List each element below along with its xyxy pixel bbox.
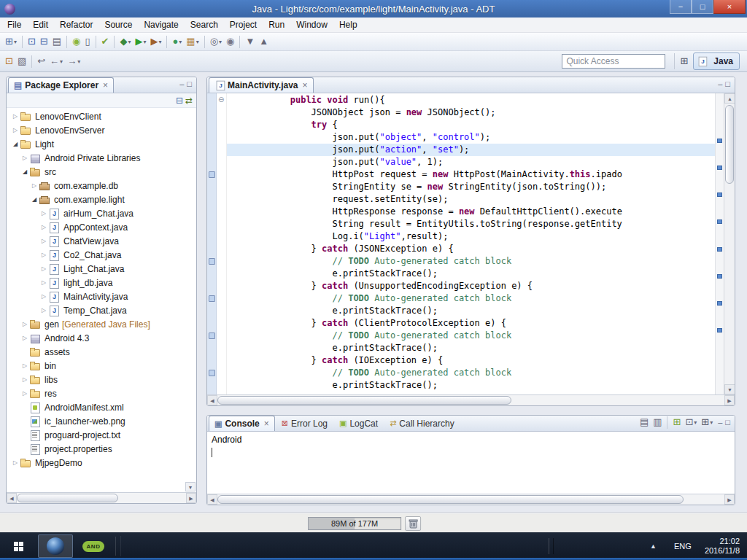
overview-marker[interactable]: [717, 192, 722, 197]
new-wizard-button[interactable]: ⊞▾: [4, 34, 18, 49]
code-line[interactable]: Log.i("Light",result);: [227, 230, 715, 243]
clear-console-button[interactable]: ⊞: [671, 415, 682, 429]
editor-fold-bar[interactable]: ⊖: [217, 93, 227, 394]
tab-error-log[interactable]: ⊠Error Log: [276, 416, 333, 431]
scroll-left-icon[interactable]: ◀: [207, 494, 217, 505]
menu-search[interactable]: Search: [185, 18, 224, 32]
tree-item-co2-chat-java[interactable]: ▷Co2_Chat.java: [7, 248, 196, 262]
tree-item-light-db-java[interactable]: ▷light_db.java: [7, 276, 196, 289]
code-line[interactable]: StringEntity se = new StringEntity(json.…: [227, 181, 715, 193]
dropdown-arrow-icon[interactable]: ▾: [77, 58, 80, 65]
minimize-view-icon[interactable]: –: [179, 79, 184, 88]
scrollbar-thumb[interactable]: [217, 396, 511, 405]
menu-window[interactable]: Window: [290, 18, 333, 32]
open-perspective-button[interactable]: ⊞: [678, 54, 689, 69]
next-annotation-button[interactable]: ▼: [244, 34, 256, 49]
task-marker-icon[interactable]: [209, 332, 215, 339]
taskbar-eclipse-button[interactable]: [38, 534, 73, 558]
tree-item-light-chat-java[interactable]: ▷Light_Chat.java: [7, 262, 196, 276]
minimize-button[interactable]: −: [670, 0, 692, 14]
tree-collapsed-arrow-icon[interactable]: ▷: [11, 459, 20, 466]
code-line[interactable]: e.printStackTrace();: [227, 268, 715, 280]
tree-item-mainactivity-java[interactable]: ▷MainActivity.java: [7, 289, 196, 303]
search-button[interactable]: ◉: [225, 34, 236, 49]
tree-item-project-properties[interactable]: project.properties: [7, 442, 196, 456]
maximize-view-icon[interactable]: □: [725, 79, 730, 88]
tree-item-gen[interactable]: ▷gen [Generated Java Files]: [7, 317, 196, 331]
menu-file[interactable]: File: [1, 18, 27, 32]
tree-item-mjpegdemo[interactable]: ▷MjpegDemo: [7, 456, 196, 470]
scrollbar-track[interactable]: [17, 493, 186, 503]
export-log-button[interactable]: ▥: [651, 415, 663, 429]
open-element-button[interactable]: ▧: [16, 54, 28, 69]
code-line[interactable]: JSONObject json = new JSONObject();: [227, 106, 715, 119]
tree-item-lenovoenvclient[interactable]: ▷LenovoEnvClient: [7, 109, 196, 123]
open-task-button[interactable]: ◎▾: [209, 34, 223, 49]
tree-collapsed-arrow-icon[interactable]: ▷: [39, 265, 48, 272]
tree-collapsed-arrow-icon[interactable]: ▷: [39, 279, 48, 286]
task-marker-icon[interactable]: [209, 258, 215, 265]
tree-expanded-arrow-icon[interactable]: ◢: [20, 168, 29, 175]
close-button[interactable]: ×: [713, 0, 746, 14]
maximize-view-icon[interactable]: □: [725, 418, 730, 427]
tab-mainactivity-java[interactable]: MainActivity.java ×: [209, 77, 314, 93]
code-line[interactable]: // TODO Auto-generated catch block: [227, 330, 715, 342]
tree-item-android-private-libraries[interactable]: ▷Android Private Libraries: [7, 151, 196, 165]
editor-vscrollbar[interactable]: ▲ ▼: [724, 93, 735, 394]
tree-item-res[interactable]: ▷res: [7, 386, 196, 400]
code-line[interactable]: e.printStackTrace();: [227, 342, 715, 354]
maximize-view-icon[interactable]: □: [187, 79, 192, 88]
tray-expand-icon[interactable]: ▲: [641, 542, 665, 550]
code-line[interactable]: try {: [227, 119, 715, 131]
new-java-package-button[interactable]: ▦▾: [185, 34, 200, 49]
tree-collapsed-arrow-icon[interactable]: ▷: [11, 127, 20, 133]
debug-button[interactable]: ◆▾: [118, 34, 132, 49]
forward-button[interactable]: →▾: [66, 54, 82, 69]
tree-item-bin[interactable]: ▷bin: [7, 359, 196, 373]
close-tab-icon[interactable]: ×: [264, 419, 269, 429]
tree-collapsed-arrow-icon[interactable]: ▷: [39, 293, 48, 300]
menu-navigate[interactable]: Navigate: [138, 18, 184, 32]
dropdown-arrow-icon[interactable]: ▾: [179, 39, 182, 45]
dropdown-arrow-icon[interactable]: ▾: [128, 39, 131, 45]
save-all-button[interactable]: ⊟: [39, 34, 50, 49]
overview-marker[interactable]: [717, 301, 722, 306]
tree-item-androidmanifest-xml[interactable]: AndroidManifest.xml: [7, 400, 196, 414]
scroll-right-icon[interactable]: ▶: [724, 395, 735, 405]
tree-item-ic-launcher-web-png[interactable]: ic_launcher-web.png: [7, 414, 196, 428]
scroll-up-icon[interactable]: ▲: [724, 93, 735, 104]
quick-access-input[interactable]: [562, 54, 665, 69]
code-line[interactable]: HttpPost request = new HttpPost(MainActi…: [227, 168, 715, 181]
taskbar-android-button[interactable]: AND: [76, 534, 111, 558]
code-line[interactable]: HttpResponse response = new DefaultHttpC…: [227, 206, 715, 218]
scroll-left-icon[interactable]: ◀: [7, 493, 17, 503]
code-line[interactable]: } catch (IOException e) {: [227, 354, 715, 367]
dropdown-arrow-icon[interactable]: ▾: [219, 39, 222, 45]
overview-marker[interactable]: [717, 139, 722, 143]
open-console-button[interactable]: ⊞▾: [700, 415, 714, 429]
maximize-button[interactable]: □: [692, 0, 713, 14]
tree-collapsed-arrow-icon[interactable]: ▷: [20, 362, 29, 369]
start-button[interactable]: [0, 532, 36, 560]
overview-marker[interactable]: [717, 219, 722, 224]
lint-check-button[interactable]: ✔: [100, 34, 111, 49]
code-area[interactable]: public void run(){ JSONObject json = new…: [227, 93, 715, 394]
code-line[interactable]: // TODO Auto-generated catch block: [227, 292, 715, 305]
open-log-button[interactable]: ▤: [638, 415, 650, 429]
code-line[interactable]: request.setEntity(se);: [227, 193, 715, 206]
menu-project[interactable]: Project: [224, 18, 263, 32]
tree-collapsed-arrow-icon[interactable]: ▷: [39, 252, 48, 258]
code-line[interactable]: e.printStackTrace();: [227, 379, 715, 392]
minimize-view-icon[interactable]: –: [718, 418, 722, 427]
tree-item-chatview-java[interactable]: ▷ChatView.java: [7, 234, 196, 248]
tree-item-airhum-chat-java[interactable]: ▷airHum_Chat.java: [7, 206, 196, 220]
scroll-right-icon[interactable]: ▶: [724, 494, 735, 505]
tree-item-android-4-3[interactable]: ▷Android 4.3: [7, 331, 196, 345]
overview-marker[interactable]: [717, 166, 722, 170]
code-line[interactable]: // TODO Auto-generated catch block: [227, 367, 715, 379]
tree-item-libs[interactable]: ▷libs: [7, 373, 196, 386]
tree-collapsed-arrow-icon[interactable]: ▷: [11, 113, 20, 120]
save-button[interactable]: ⊡: [26, 34, 37, 49]
tab-logcat[interactable]: ▣LogCat: [334, 416, 383, 431]
minimize-view-icon[interactable]: –: [718, 79, 722, 88]
